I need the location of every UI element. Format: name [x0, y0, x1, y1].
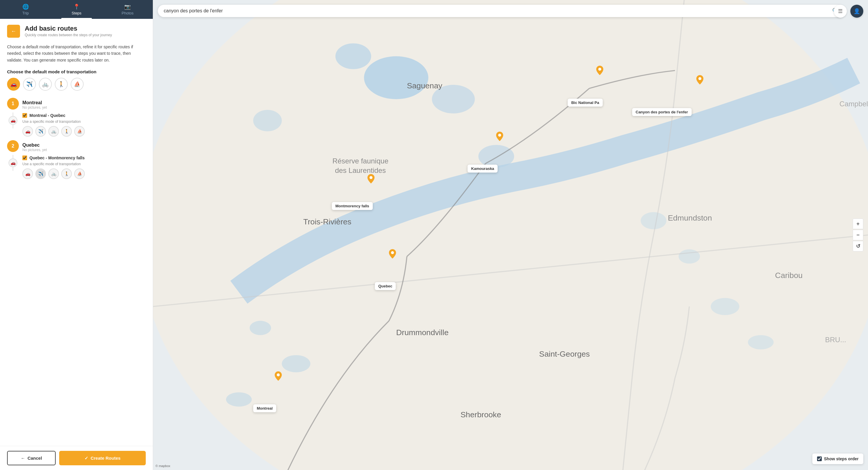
route-1-info: Montreal - Quebec Use a specific mode of… [22, 112, 146, 138]
create-routes-button[interactable]: ✓ Create Routes [59, 451, 146, 465]
svg-point-11 [679, 249, 700, 264]
step-2: 2 Quebec No pictures, yet [7, 140, 146, 152]
connector-car-2: 🚗 [8, 158, 18, 167]
label-quebec: Quebec [375, 282, 396, 290]
show-steps-label: Show steps order [824, 457, 859, 461]
rt2-bike[interactable]: 🚲 [48, 168, 59, 179]
svg-point-10 [641, 212, 666, 229]
svg-text:Campbell: Campbell [839, 100, 868, 108]
rt1-car[interactable]: 🚗 [22, 126, 33, 137]
label-kamouraska: Kamouraska [468, 165, 498, 173]
svg-text:Réserve faunique: Réserve faunique [333, 157, 389, 165]
page-title: Add basic routes [25, 25, 112, 32]
pin-kamouraska[interactable] [496, 132, 503, 142]
tab-photos[interactable]: 📷 Photos [102, 0, 153, 19]
trip-icon: 🌐 [22, 3, 29, 10]
route-1-modes: 🚗 ✈️ 🚲 🚶 ⛵ [22, 126, 146, 137]
route-2-checkbox[interactable] [22, 156, 27, 160]
step-2-info: Quebec No pictures, yet [22, 140, 146, 152]
transport-car[interactable]: 🚗 [7, 78, 20, 91]
top-nav: 🌐 Trip 📍 Steps 📷 Photos [0, 0, 153, 19]
tab-steps[interactable]: 📍 Steps [51, 0, 102, 19]
svg-point-28 [391, 251, 394, 254]
rt1-plane[interactable]: ✈️ [35, 126, 46, 137]
connector-car-1: 🚗 [8, 116, 18, 125]
show-steps-checkbox[interactable] [817, 457, 822, 461]
svg-point-2 [364, 56, 428, 99]
transport-bike[interactable]: 🚲 [39, 78, 52, 91]
route-1-checkbox[interactable] [22, 113, 27, 118]
route-2-label: Quebec - Montmorency falls [29, 156, 85, 160]
map-controls-right: ☰ 👤 [834, 5, 863, 18]
transport-walk[interactable]: 🚶 [55, 78, 68, 91]
route-1: 🚗 Montreal - Quebec Use a specific mode … [7, 112, 146, 138]
step-2-name: Quebec [22, 143, 146, 148]
route-2-info: Quebec - Montmorency falls Use a specifi… [22, 154, 146, 180]
connector-1: 🚗 [7, 112, 19, 128]
attribution-text: © mapbox [155, 464, 170, 468]
header-text: Add basic routes Quickly create routes b… [25, 25, 112, 37]
pin-montreal[interactable] [275, 371, 282, 382]
step-1: 1 Montreal No pictures, yet [7, 98, 146, 109]
rt1-boat[interactable]: ⛵ [74, 126, 85, 137]
tab-steps-label: Steps [71, 11, 81, 15]
menu-button[interactable]: ☰ [834, 5, 847, 18]
label-canyon: Canyon des portes de l'enfer [632, 108, 692, 116]
transport-modes: 🚗 ✈️ 🚲 🚶 ⛵ [7, 78, 146, 91]
user-button[interactable]: 👤 [850, 5, 863, 18]
map-search-input[interactable] [164, 8, 829, 13]
page-subtitle: Quickly create routes between the steps … [25, 33, 112, 37]
pin-quebec[interactable] [389, 249, 396, 260]
rt1-bike[interactable]: 🚲 [48, 126, 59, 137]
connector-line-bot-2 [13, 167, 13, 171]
svg-point-27 [277, 373, 280, 376]
rt1-walk[interactable]: 🚶 [61, 126, 72, 137]
rt2-walk[interactable]: 🚶 [61, 168, 72, 179]
zoom-reset-button[interactable]: ↺ [853, 241, 863, 251]
tab-trip[interactable]: 🌐 Trip [0, 0, 51, 19]
pin-canyon[interactable] [696, 75, 704, 86]
map-svg: Saguenay Trois-Rivières Drummondville Sh… [153, 0, 868, 470]
tab-trip-label: Trip [22, 11, 29, 15]
svg-point-31 [598, 68, 601, 71]
route-2-sub: Use a specific mode of transportation [22, 162, 146, 166]
pin-montmorency[interactable] [368, 174, 374, 185]
rt2-plane[interactable]: ✈️ [35, 168, 46, 179]
transport-boat[interactable]: ⛵ [71, 78, 84, 91]
svg-point-3 [335, 43, 371, 69]
step-1-info: Montreal No pictures, yet [22, 98, 146, 109]
cancel-icon: ← [21, 456, 25, 461]
svg-text:BRU...: BRU... [825, 336, 846, 344]
svg-text:Sherbrooke: Sherbrooke [461, 410, 501, 419]
transport-section: Choose the default mode of transportatio… [7, 69, 146, 91]
svg-text:Caribou: Caribou [775, 271, 802, 280]
svg-point-29 [370, 176, 372, 179]
back-button[interactable]: ← [7, 25, 20, 38]
cancel-button[interactable]: ← Cancel [7, 451, 56, 465]
route-2: 🚗 Quebec - Montmorency falls Use a speci… [7, 154, 146, 180]
svg-text:Edmundston: Edmundston [668, 214, 712, 222]
label-montmorency: Montmorency falls [332, 202, 373, 210]
create-label: Create Routes [91, 456, 121, 461]
step-1-number: 1 [7, 98, 19, 109]
svg-point-5 [253, 110, 282, 131]
svg-text:Saint-Georges: Saint-Georges [539, 350, 590, 358]
zoom-out-button[interactable]: − [853, 230, 863, 240]
map-area: Saguenay Trois-Rivières Drummondville Sh… [153, 0, 868, 470]
route-1-header: Montreal - Quebec [22, 113, 146, 118]
route-2-modes: 🚗 ✈️ 🚲 🚶 ⛵ [22, 168, 146, 179]
pin-bic[interactable] [596, 66, 603, 76]
zoom-in-button[interactable]: + [853, 219, 863, 229]
connector-line-top-2 [13, 155, 13, 158]
connector-line-top-1 [13, 113, 13, 116]
label-montreal: Montreal [253, 404, 276, 412]
svg-point-1 [153, 0, 868, 470]
step-1-sub: No pictures, yet [22, 105, 146, 109]
svg-point-8 [282, 355, 310, 372]
page-header: ← Add basic routes Quickly create routes… [7, 25, 146, 38]
rt2-car[interactable]: 🚗 [22, 168, 33, 179]
rt2-boat[interactable]: ⛵ [74, 168, 85, 179]
svg-point-9 [226, 392, 252, 407]
transport-plane[interactable]: ✈️ [23, 78, 36, 91]
create-icon: ✓ [85, 456, 88, 461]
